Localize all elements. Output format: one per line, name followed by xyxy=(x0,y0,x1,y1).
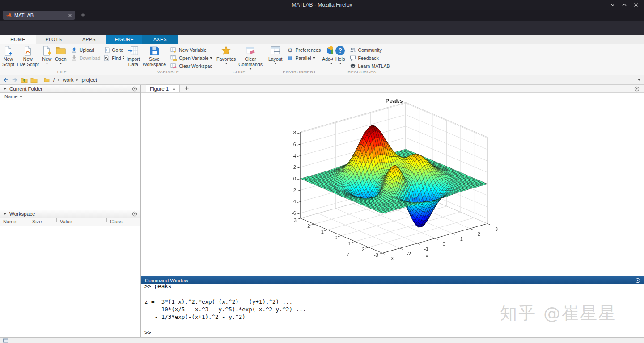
breadcrumb-project[interactable]: project xyxy=(81,77,97,83)
help-icon: ? xyxy=(335,45,345,56)
new-figure-icon[interactable] xyxy=(184,86,189,91)
figure-tabstrip: Figure 1 xyxy=(141,85,644,93)
tab-axes[interactable]: AXES xyxy=(142,35,178,44)
status-bar xyxy=(0,337,644,343)
tab-apps[interactable]: APPS xyxy=(72,35,106,44)
section-environment: Layout ⚙ Preferences Parallel xyxy=(266,44,333,75)
workspace-list[interactable] xyxy=(0,226,140,337)
workspace-col-name[interactable]: Name xyxy=(0,218,29,226)
collapse-panel-icon[interactable] xyxy=(3,88,7,90)
breadcrumb-work[interactable]: work xyxy=(63,77,73,83)
feedback-icon xyxy=(349,55,356,62)
panel-menu-icon[interactable] xyxy=(132,211,137,217)
figure-panel: Peaks xyxy=(141,93,644,276)
community-button[interactable]: Community xyxy=(349,46,390,54)
browser-navbar xyxy=(0,21,644,35)
command-window-title: Command Window xyxy=(145,278,188,283)
workspace-col-class[interactable]: Class xyxy=(106,218,140,226)
new-live-script-icon xyxy=(22,45,33,56)
favorites-button[interactable]: Favorites xyxy=(215,44,237,64)
browser-tab-title: MATLAB xyxy=(14,13,68,18)
preferences-button[interactable]: ⚙ Preferences xyxy=(287,46,321,54)
workspace-col-size[interactable]: Size xyxy=(29,218,56,226)
go-to-file-button[interactable]: Go to File xyxy=(103,46,124,54)
figure-tab-close-icon[interactable] xyxy=(172,87,176,91)
command-window-header[interactable]: Command Window xyxy=(141,276,644,284)
find-files-icon xyxy=(103,55,110,62)
folder-back-icon[interactable] xyxy=(3,77,9,83)
section-file: New Script New Live Script New Open xyxy=(0,44,124,75)
new-script-button[interactable]: New Script xyxy=(1,44,16,67)
chevron-down-icon xyxy=(330,63,333,64)
minimize-icon[interactable] xyxy=(609,1,616,8)
section-label-variable: VARIABLE xyxy=(124,69,212,74)
workspace-header[interactable]: Workspace xyxy=(0,210,140,218)
tab-plots[interactable]: PLOTS xyxy=(36,35,72,44)
clear-commands-icon xyxy=(245,45,256,56)
new-tab-icon[interactable] xyxy=(80,12,86,20)
section-variable: Import Data Save Workspace New Variable xyxy=(124,44,212,75)
figure-tab[interactable]: Figure 1 xyxy=(146,84,180,92)
add-ons-button[interactable]: Add-Ons xyxy=(321,44,333,64)
browse-folder-icon[interactable] xyxy=(30,77,38,83)
panel-menu-icon[interactable] xyxy=(635,278,640,283)
collapse-panel-icon[interactable] xyxy=(3,213,7,215)
maximize-icon[interactable] xyxy=(621,1,628,8)
help-button[interactable]: ? Help xyxy=(334,44,347,64)
open-button[interactable]: Open xyxy=(54,44,68,64)
path-dropdown-icon[interactable] xyxy=(638,79,640,81)
figure-canvas[interactable] xyxy=(141,93,644,276)
chevron-down-icon xyxy=(313,57,315,59)
import-data-button[interactable]: Import Data xyxy=(125,44,141,67)
command-window[interactable]: >> peaks z = 3*(1-x).^2.*exp(-(x.^2) - (… xyxy=(141,284,644,337)
section-resources: ? Help Community Feedback Learn xyxy=(333,44,391,75)
feedback-button[interactable]: Feedback xyxy=(349,54,390,62)
status-icon[interactable] xyxy=(3,338,8,343)
open-variable-button[interactable]: Open Variable xyxy=(170,54,212,62)
matlab-favicon xyxy=(6,11,12,19)
parallel-button[interactable]: Parallel xyxy=(287,54,321,62)
find-files-button[interactable]: Find Files xyxy=(103,54,124,62)
chevron-down-icon xyxy=(46,63,48,64)
current-folder-header[interactable]: Current Folder xyxy=(0,85,140,93)
parallel-icon xyxy=(287,55,294,62)
workspace-col-value[interactable]: Value xyxy=(56,218,106,226)
preferences-icon: ⚙ xyxy=(287,47,294,54)
chevron-down-icon xyxy=(339,63,342,64)
tab-close-icon[interactable] xyxy=(68,11,72,19)
tab-home[interactable]: HOME xyxy=(0,35,36,44)
new-live-script-button[interactable]: New Live Script xyxy=(16,44,40,67)
sort-ascending-icon xyxy=(20,96,22,97)
breadcrumb-separator-icon xyxy=(58,79,59,81)
download-icon xyxy=(71,55,78,62)
open-icon xyxy=(55,45,66,56)
folder-up-icon[interactable] xyxy=(21,77,28,83)
section-code: Favorites Clear Commands CODE xyxy=(212,44,266,75)
folder-forward-icon[interactable] xyxy=(12,77,18,83)
save-workspace-icon xyxy=(149,45,160,56)
upload-button[interactable]: Upload xyxy=(71,46,101,54)
new-icon xyxy=(42,45,52,56)
download-button[interactable]: Download xyxy=(71,54,101,62)
current-folder-list[interactable] xyxy=(0,100,140,210)
window-title: MATLAB - Mozilla Firefox xyxy=(0,0,644,10)
screen: MATLAB - Mozilla Firefox MATLAB HOME xyxy=(0,0,644,343)
breadcrumb-root[interactable]: / xyxy=(53,77,55,83)
save-workspace-button[interactable]: Save Workspace xyxy=(141,44,167,67)
layout-button[interactable]: Layout xyxy=(267,44,284,64)
go-to-file-icon xyxy=(103,47,110,54)
panel-menu-icon[interactable] xyxy=(132,86,137,92)
current-folder-icon xyxy=(44,77,50,82)
current-folder-name-header[interactable]: Name xyxy=(0,93,140,100)
tab-figure[interactable]: FIGURE xyxy=(106,35,142,44)
clear-workspace-icon xyxy=(170,63,177,70)
community-icon xyxy=(349,47,356,54)
new-variable-button[interactable]: New Variable xyxy=(170,46,212,54)
close-icon[interactable] xyxy=(632,1,640,8)
favorites-icon xyxy=(221,45,231,56)
browser-tab[interactable]: MATLAB xyxy=(3,11,75,20)
panel-menu-icon[interactable] xyxy=(634,86,640,92)
clear-commands-button[interactable]: Clear Commands xyxy=(237,44,264,70)
new-button[interactable]: New xyxy=(40,44,54,64)
panel-divider[interactable] xyxy=(140,85,141,337)
